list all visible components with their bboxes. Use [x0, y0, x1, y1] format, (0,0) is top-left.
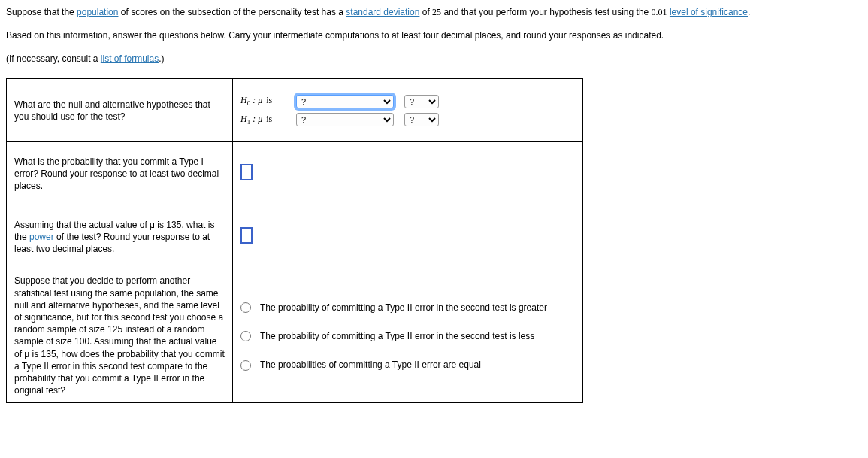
- intro-paragraph-1: Suppose that the population of scores on…: [6, 6, 862, 19]
- q1-answer-cell: H0 : μ is ? ? H1 : μ is ? ?: [233, 79, 583, 142]
- h0-comparison-select[interactable]: ?: [296, 95, 394, 108]
- h1-comparison-select[interactable]: ?: [296, 113, 394, 126]
- h1-label: H1 : μ is: [240, 113, 286, 127]
- level-of-significance-link[interactable]: level of significance: [670, 7, 748, 17]
- alpha-value: 0.01: [652, 7, 667, 17]
- q4-text: Suppose that you decide to perform anoth…: [7, 268, 233, 403]
- list-of-formulas-link[interactable]: list of formulas: [101, 53, 159, 64]
- h0-value-select[interactable]: ?: [404, 95, 439, 108]
- h1-value-select[interactable]: ?: [404, 113, 439, 126]
- intro-text: (If necessary, consult a: [6, 53, 101, 64]
- intro-text: and that you perform your hypothesis tes…: [441, 7, 652, 17]
- population-link[interactable]: population: [77, 7, 118, 17]
- standard-deviation-link[interactable]: standard deviation: [346, 7, 419, 17]
- q4-option-3-radio[interactable]: [240, 360, 251, 371]
- q3-text: Assuming that the actual value of μ is 1…: [7, 205, 233, 268]
- q1-text: What are the null and alternative hypoth…: [7, 79, 233, 142]
- q4-answer-cell: The probability of committing a Type II …: [233, 268, 583, 403]
- q4-option-3-row: The probabilities of committing a Type I…: [240, 354, 575, 374]
- h0-row: H0 : μ is ? ?: [240, 94, 575, 108]
- power-link[interactable]: power: [29, 232, 54, 242]
- intro-paragraph-3: (If necessary, consult a list of formula…: [6, 53, 862, 65]
- intro-text: of: [419, 7, 432, 17]
- q4-option-1-label: The probability of committing a Type II …: [260, 302, 547, 314]
- intro-text: .: [748, 7, 750, 17]
- q4-option-2-row: The probability of committing a Type II …: [240, 326, 575, 354]
- q3-answer-cell: [233, 205, 583, 268]
- h1-row: H1 : μ is ? ?: [240, 113, 575, 127]
- q2-text: What is the probability that you commit …: [7, 142, 233, 205]
- intro-paragraph-2: Based on this information, answer the qu…: [6, 29, 862, 42]
- intro-block: Suppose that the population of scores on…: [6, 6, 862, 65]
- q2-input[interactable]: [240, 164, 253, 180]
- question-table: What are the null and alternative hypoth…: [6, 78, 583, 403]
- q4-option-2-radio[interactable]: [240, 331, 251, 341]
- q4-option-1-radio[interactable]: [240, 302, 251, 313]
- q4-option-2-label: The probability of committing a Type II …: [260, 330, 534, 342]
- q4-option-1-row: The probability of committing a Type II …: [240, 297, 575, 326]
- sd-value: 25: [432, 7, 441, 17]
- intro-text: of scores on the subsection of the perso…: [118, 7, 346, 17]
- intro-text: Suppose that the: [6, 7, 77, 17]
- q2-answer-cell: [233, 142, 583, 205]
- h0-label: H0 : μ is: [240, 94, 286, 108]
- q3-input[interactable]: [240, 227, 253, 244]
- q4-option-3-label: The probabilities of committing a Type I…: [260, 359, 481, 371]
- intro-text: .): [159, 53, 164, 64]
